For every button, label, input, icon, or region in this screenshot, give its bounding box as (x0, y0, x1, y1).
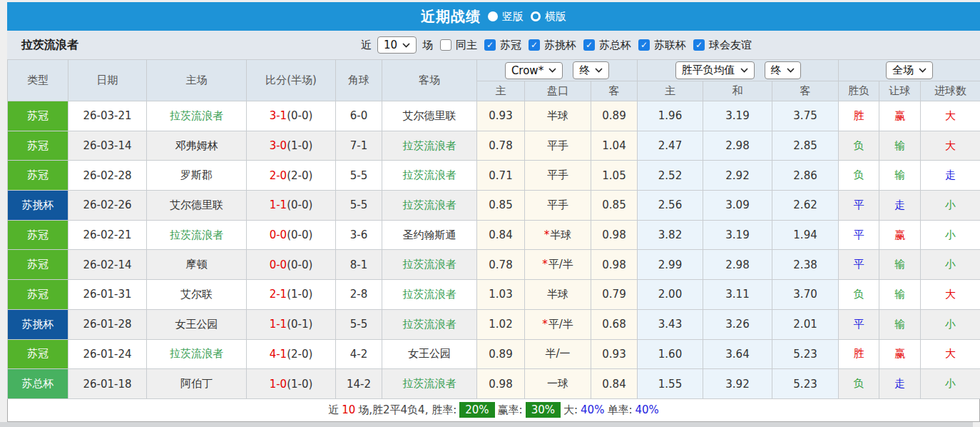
cell-date: 26-03-21 (68, 101, 147, 131)
view-option-horizontal[interactable]: 横版 (531, 10, 566, 24)
competition-label-3: 苏联杯 (654, 39, 686, 52)
cell-handicap-line: 一球 (525, 369, 591, 399)
cell-odds-away: 0.85 (591, 191, 638, 221)
cell-result: 负 (839, 280, 879, 310)
scope-select[interactable]: 全场 (886, 61, 933, 79)
header-date: 日期 (68, 60, 147, 101)
cell-score: 1-1(0-1) (247, 309, 336, 339)
summary-footer: 近10场,胜2平4负4, 胜率: 20% 赢率: 30% 大:40% 单率:40… (7, 399, 980, 422)
score-halftime: (0-1) (287, 318, 312, 331)
cell-avg-draw: 3.09 (703, 191, 772, 221)
cell-away-team[interactable]: 拉茨流浪者 (382, 309, 477, 339)
cell-home-team[interactable]: 艾尔联 (147, 280, 247, 310)
same-home-checkbox[interactable] (440, 39, 451, 51)
cell-home-team[interactable]: 罗斯郡 (147, 161, 247, 191)
cell-corner: 2-8 (336, 280, 382, 310)
header-odds-home: 主 (477, 81, 525, 101)
cell-result: 平 (839, 191, 879, 221)
radio-selected-icon[interactable] (488, 11, 498, 21)
cell-away-team[interactable]: 女王公园 (382, 339, 477, 369)
cell-away-team[interactable]: 拉茨流浪者 (382, 131, 477, 161)
cell-home-team[interactable]: 拉茨流浪者 (147, 220, 247, 250)
titlebar: 近期战绩 竖版 横版 (7, 2, 980, 31)
header-type: 类型 (8, 60, 68, 101)
cell-date: 26-02-14 (68, 250, 147, 280)
cell-handicap-line: *平/半 (525, 250, 591, 280)
cell-avg-home: 3.82 (638, 220, 703, 250)
cell-away-team[interactable]: 拉茨流浪者 (382, 191, 477, 221)
competition-checkbox-1[interactable]: ✓ (529, 39, 540, 51)
cell-corner: 5-5 (336, 309, 382, 339)
cell-away-team[interactable]: 拉茨流浪者 (382, 161, 477, 191)
cell-goals-result: 大 (921, 280, 980, 310)
avg-stage-select-value: 终 (771, 64, 782, 77)
cell-home-team[interactable]: 拉茨流浪者 (147, 101, 247, 131)
cell-handicap-line: 半球 (525, 101, 591, 131)
summary-text: 场,胜2平4负4, 胜率: (358, 403, 456, 417)
handicap-rate-badge: 30% (526, 402, 561, 418)
cell-away-team[interactable]: 拉茨流浪者 (382, 250, 477, 280)
win-rate-badge: 20% (459, 402, 494, 418)
cell-avg-away: 2.38 (772, 250, 839, 280)
radio-unselected-icon[interactable] (531, 11, 541, 21)
cell-avg-away: 3.75 (772, 101, 839, 131)
competition-checkbox-3[interactable]: ✓ (638, 39, 650, 51)
score-fulltime: 3-1 (270, 109, 287, 122)
header-odds-away: 客 (591, 81, 638, 101)
chevron-down-icon (740, 68, 748, 73)
cell-competition: 苏冠 (8, 280, 68, 310)
cell-home-team[interactable]: 摩顿 (147, 250, 247, 280)
cell-away-team[interactable]: 拉茨流浪者 (382, 369, 477, 399)
cell-home-team[interactable]: 拉茨流浪者 (147, 339, 247, 369)
header-score: 比分(半场) (247, 60, 336, 101)
cell-away-team[interactable]: 艾尔德里联 (382, 101, 477, 131)
page-title: 近期战绩 (421, 7, 481, 26)
line-text: 平/半 (548, 318, 573, 331)
cell-home-team[interactable]: 阿伯丁 (147, 369, 247, 399)
bookmaker-select[interactable]: Crow* (505, 62, 563, 79)
scope-select-value: 全场 (892, 64, 914, 77)
cell-score: 1-1(0-0) (247, 191, 336, 221)
score-fulltime: 2-0 (270, 169, 287, 182)
single-rate-label: 单率: (607, 403, 632, 417)
cell-handicap-line: 平手 (525, 161, 591, 191)
header-corner: 角球 (336, 60, 382, 101)
cell-away-team[interactable]: 圣约翰斯通 (382, 220, 477, 250)
cell-score: 2-0(2-0) (247, 161, 336, 191)
table-row: 苏冠 26-03-21 拉茨流浪者 3-1(0-0) 6-0 艾尔德里联 0.9… (8, 101, 980, 131)
match-count-select[interactable]: 10 (377, 36, 417, 54)
cell-handicap-result: 输 (879, 309, 921, 339)
score-fulltime: 2-1 (270, 288, 287, 301)
table-row: 苏挑杯 26-02-26 艾尔德里联 1-1(0-0) 5-5 拉茨流浪者 0.… (8, 191, 980, 221)
avg-stage-select[interactable]: 终 (765, 61, 801, 79)
header-goals: 进球数 (921, 81, 980, 101)
view-option-vertical[interactable]: 竖版 (488, 10, 524, 24)
cell-home-team[interactable]: 女王公园 (147, 309, 247, 339)
team-name: 拉茨流浪者 (21, 38, 78, 53)
recent-label: 近 (361, 39, 372, 52)
match-count-value: 10 (384, 39, 397, 51)
competition-checkbox-4[interactable]: ✓ (693, 39, 705, 51)
odds-stage-select[interactable]: 终 (573, 61, 609, 79)
cell-avg-away: 2.85 (772, 131, 839, 161)
cell-goals-result: 小 (921, 220, 980, 250)
cell-home-team[interactable]: 邓弗姆林 (147, 131, 247, 161)
score-fulltime: 1-0 (270, 378, 287, 391)
cell-avg-away: 1.94 (772, 220, 839, 250)
cell-home-team[interactable]: 艾尔德里联 (147, 191, 247, 221)
cell-date: 26-01-28 (68, 309, 147, 339)
results-table: 类型 日期 主场 比分(半场) 角球 客场 Crow* 终 (7, 59, 980, 399)
cell-score: 1-0(1-0) (247, 369, 336, 399)
competition-checkbox-2[interactable]: ✓ (583, 39, 595, 51)
avg-type-select[interactable]: 胜平负均值 (675, 61, 755, 79)
cell-away-team[interactable]: 拉茨流浪者 (382, 280, 477, 310)
score-halftime: (0-0) (287, 109, 312, 122)
competition-checkbox-0[interactable]: ✓ (484, 39, 496, 51)
cell-handicap-result: 输 (879, 131, 921, 161)
bookmaker-select-value: Crow* (511, 64, 543, 77)
cell-corner: 5-5 (336, 161, 382, 191)
header-odds-group: Crow* 终 (477, 60, 638, 81)
header-handicap: 让球 (879, 81, 921, 101)
score-halftime: (2-0) (287, 169, 312, 182)
cell-corner: 7-1 (336, 131, 382, 161)
